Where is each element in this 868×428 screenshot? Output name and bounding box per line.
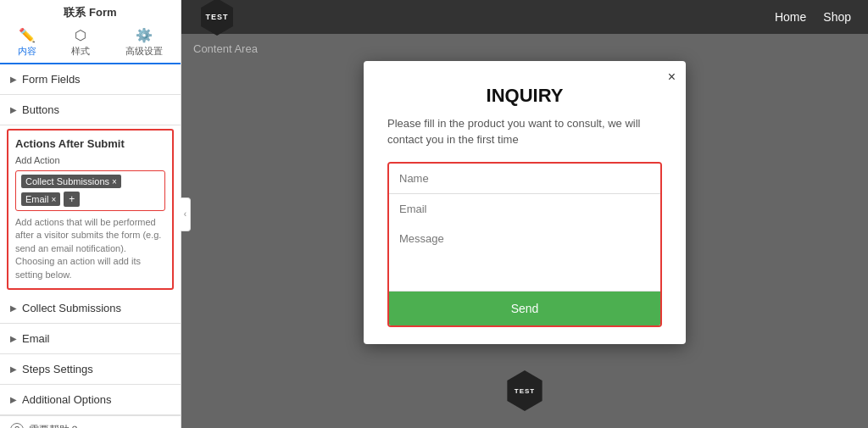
tab-advanced-label: 高级设置 xyxy=(125,45,163,58)
arrow-icon: ▶ xyxy=(10,303,17,313)
tab-advanced[interactable]: ⚙️ 高级设置 xyxy=(119,24,170,63)
bottom-logo-text: TEST xyxy=(515,387,535,395)
tag-collect-submissions[interactable]: Collect Submissions × xyxy=(21,175,121,188)
arrow-icon: ▶ xyxy=(10,334,17,343)
tag-collect-remove[interactable]: × xyxy=(112,177,117,186)
additional-options-label: Additional Options xyxy=(22,393,112,406)
nav-links: Home Shop xyxy=(775,10,851,24)
inquiry-modal: × INQUIRY Please fill in the product you… xyxy=(364,61,686,344)
help-label: 需要帮助？ xyxy=(29,423,80,428)
tab-content[interactable]: ✏️ 内容 xyxy=(11,24,43,64)
tab-style[interactable]: ⬡ 样式 xyxy=(64,24,97,63)
action-tags-box: Collect Submissions × Email × + xyxy=(15,170,165,211)
send-button[interactable]: Send xyxy=(389,292,660,325)
actions-section-title: Actions After Submit xyxy=(15,137,165,150)
tag-email-label: Email xyxy=(25,194,49,204)
nav-home[interactable]: Home xyxy=(775,10,806,24)
modal-title: INQUIRY xyxy=(387,85,662,107)
buttons-label: Buttons xyxy=(22,103,59,116)
add-action-label: Add Action xyxy=(15,155,165,165)
logo-text: TEST xyxy=(205,13,228,21)
sidebar-title: 联系 Form xyxy=(0,0,181,20)
name-input[interactable] xyxy=(389,164,660,194)
sidebar-item-additional-options[interactable]: ▶ Additional Options xyxy=(0,385,181,415)
collect-label: Collect Submissions xyxy=(22,302,121,314)
logo-hex: TEST xyxy=(198,0,236,36)
arrow-icon: ▶ xyxy=(10,395,17,404)
sidebar-item-collect-submissions[interactable]: ▶ Collect Submissions xyxy=(0,293,181,324)
sidebar-item-form-fields[interactable]: ▶ Form Fields xyxy=(0,64,181,95)
email-input[interactable] xyxy=(389,194,660,224)
modal-close-button[interactable]: × xyxy=(668,69,676,85)
content-icon: ✏️ xyxy=(19,27,36,43)
tag-collect-label: Collect Submissions xyxy=(25,176,109,186)
message-input[interactable] xyxy=(389,224,660,292)
content-wrapper: Content Area × INQUIRY Please fill in th… xyxy=(181,34,868,370)
modal-form: Send xyxy=(387,162,662,327)
tag-email-remove[interactable]: × xyxy=(52,195,57,204)
bottom-hex-wrapper: TEST xyxy=(181,370,868,428)
email-label: Email xyxy=(22,332,50,345)
tag-email[interactable]: Email × xyxy=(21,192,60,206)
main-area: TEST Home Shop Content Area × INQUIRY Pl… xyxy=(181,0,868,428)
sidebar-collapse-handle[interactable]: ‹ xyxy=(181,197,191,231)
sidebar-tabs: ✏️ 内容 ⬡ 样式 ⚙️ 高级设置 xyxy=(0,20,181,64)
top-nav: TEST Home Shop xyxy=(181,0,868,34)
tab-style-label: 样式 xyxy=(71,45,90,58)
bottom-logo-hex: TEST xyxy=(504,370,545,411)
sidebar: 联系 Form ✏️ 内容 ⬡ 样式 ⚙️ 高级设置 ▶ Form Fields… xyxy=(0,0,181,428)
steps-label: Steps Settings xyxy=(22,363,93,375)
logo: TEST xyxy=(198,0,236,36)
actions-after-submit-section: Actions After Submit Add Action Collect … xyxy=(7,129,174,290)
arrow-icon: ▶ xyxy=(10,364,17,374)
modal-overlay: × INQUIRY Please fill in the product you… xyxy=(181,34,868,370)
advanced-icon: ⚙️ xyxy=(136,27,153,43)
style-icon: ⬡ xyxy=(75,27,86,43)
sidebar-bottom: ? 需要帮助？ xyxy=(0,415,181,428)
help-icon: ? xyxy=(10,423,24,428)
add-action-button[interactable]: + xyxy=(64,192,80,207)
sidebar-item-buttons[interactable]: ▶ Buttons xyxy=(0,95,181,125)
nav-shop[interactable]: Shop xyxy=(823,10,851,24)
actions-hint: Add actions that will be performed after… xyxy=(15,216,165,281)
arrow-icon: ▶ xyxy=(10,105,17,114)
arrow-icon: ▶ xyxy=(10,75,17,84)
sidebar-item-steps-settings[interactable]: ▶ Steps Settings xyxy=(0,354,181,385)
form-fields-label: Form Fields xyxy=(22,73,81,86)
sidebar-item-email[interactable]: ▶ Email xyxy=(0,324,181,354)
tab-content-label: 内容 xyxy=(18,45,36,58)
modal-subtitle: Please fill in the product you want to c… xyxy=(387,115,662,148)
